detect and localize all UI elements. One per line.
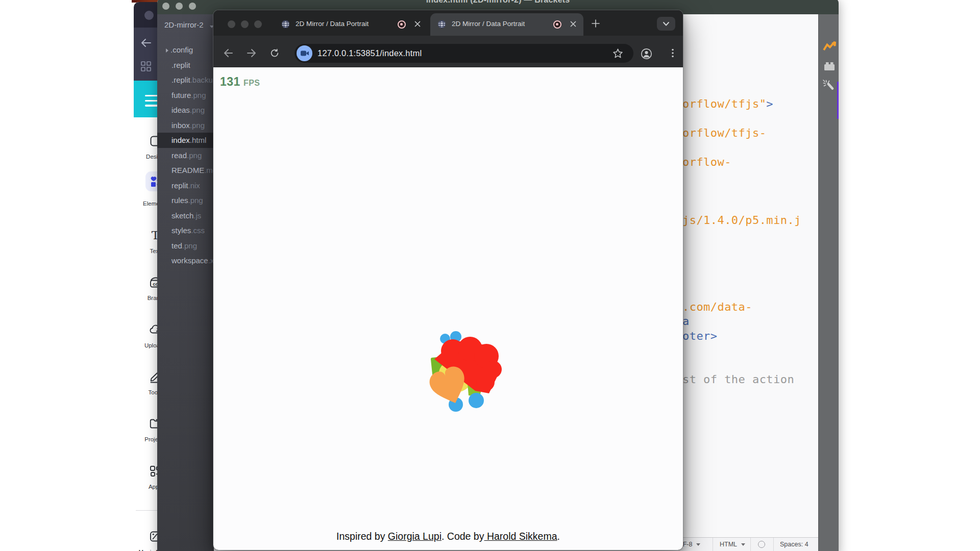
menu-dots-icon[interactable] [668, 48, 678, 60]
reload-icon[interactable] [270, 48, 280, 60]
minimize-button[interactable] [241, 20, 249, 28]
code-line: st of the action [682, 372, 794, 387]
zoom-button[interactable] [254, 20, 262, 28]
tab-close-icon[interactable] [569, 20, 577, 28]
desktop: Design Elements T [0, 0, 980, 551]
tab-search-button[interactable] [657, 17, 675, 31]
avatar[interactable] [144, 11, 154, 20]
tab-title: 2D Mirror / Data Portrait [452, 20, 525, 28]
extension-manager-icon[interactable] [823, 61, 836, 73]
tab-1[interactable]: 2D Mirror / Data Portrait [270, 10, 430, 36]
extension-highlight [837, 82, 839, 119]
code-line: a [682, 314, 690, 329]
file-row[interactable]: sketch.js [157, 208, 214, 223]
file-row[interactable]: inbox.png [157, 118, 214, 133]
lint-status-icon[interactable] [758, 541, 765, 548]
file-row[interactable]: index.html [157, 133, 214, 148]
back-arrow-icon[interactable] [140, 38, 152, 49]
brackets-extension-strip [818, 14, 839, 551]
forward-arrow-icon[interactable] [246, 48, 257, 60]
file-row[interactable]: rules.png [157, 193, 214, 208]
project-dropdown[interactable]: 2D-mirror-2 [164, 20, 204, 29]
file-row[interactable]: read.png [157, 148, 214, 163]
language-dropdown[interactable]: HTML [720, 541, 745, 548]
grid-menu-icon[interactable] [141, 61, 151, 73]
new-tab-button[interactable] [590, 17, 602, 30]
data-portrait-artwork [428, 331, 504, 412]
file-row[interactable]: styles.css [157, 223, 214, 238]
close-button[interactable] [228, 20, 235, 28]
file-row[interactable]: replit.nix [157, 178, 214, 193]
status-separator [773, 538, 774, 551]
code-line: orflow/tfjs"> [682, 97, 773, 111]
code-line: orflow- [682, 155, 731, 169]
chrome-window: 2D Mirror / Data Portrait 2D Mirror / Da… [213, 10, 683, 550]
file-row[interactable]: README.md [157, 163, 214, 178]
file-row[interactable]: ideas.png [157, 103, 214, 118]
chrome-toolbar: 127.0.0.1:53851/index.html [213, 36, 683, 67]
recording-indicator-icon [553, 20, 561, 29]
omnibox[interactable]: 127.0.0.1:53851/index.html [295, 44, 633, 63]
back-arrow-icon[interactable] [223, 48, 234, 60]
browser-viewport: 131FPS [213, 67, 683, 550]
status-separator [750, 538, 751, 551]
hamburger-icon [145, 95, 158, 110]
file-row[interactable]: future.png [157, 88, 214, 103]
status-separator [713, 538, 713, 551]
code-line: oter> [682, 329, 717, 343]
recording-indicator-icon [398, 20, 406, 29]
brackets-file-tree: 2D-mirror-2 .config.replit.replit.backup… [157, 14, 214, 551]
globe-favicon [281, 20, 290, 31]
fps-counter: 131FPS [220, 75, 260, 89]
file-list: .config.replit.replit.backupfuture.pngid… [157, 42, 214, 268]
code-line: .com/data- [682, 300, 752, 314]
code-line: js/1.4.0/p5.min.j [682, 213, 801, 228]
wand-icon[interactable] [823, 80, 837, 95]
artwork-caption: Inspired by Giorgia Lupi. Code by Harold… [213, 531, 683, 542]
folder-caret-icon [166, 48, 168, 53]
file-row[interactable]: workspace.xml [157, 253, 214, 268]
tab-title: 2D Mirror / Data Portrait [296, 20, 369, 28]
url-text[interactable]: 127.0.0.1:53851/index.html [317, 48, 422, 58]
file-row[interactable]: ted.png [157, 238, 214, 254]
tab-close-icon[interactable] [413, 20, 422, 28]
file-row[interactable]: .replit [157, 58, 214, 73]
code-line: orflow/tfjs- [682, 126, 766, 140]
window-title: index.html (2D-mirror-2) — Brackets [157, 0, 839, 6]
tab-2-active[interactable]: 2D Mirror / Data Portrait [430, 13, 583, 36]
globe-favicon [437, 20, 446, 31]
health-report-icon[interactable] [823, 41, 836, 54]
profile-icon[interactable] [641, 48, 652, 62]
file-row[interactable]: .config [157, 42, 214, 58]
indent-setting[interactable]: Spaces: 4 [780, 541, 808, 548]
link-giorgia-lupi[interactable]: Giorgia Lupi [388, 531, 442, 542]
chrome-tab-strip: 2D Mirror / Data Portrait 2D Mirror / Da… [213, 10, 683, 36]
tab-capture-icon[interactable] [297, 45, 312, 61]
file-row[interactable]: .replit.backup [157, 72, 214, 88]
link-harold-sikkema[interactable]: Harold Sikkema [484, 531, 557, 542]
bookmark-star-icon[interactable] [612, 48, 623, 61]
